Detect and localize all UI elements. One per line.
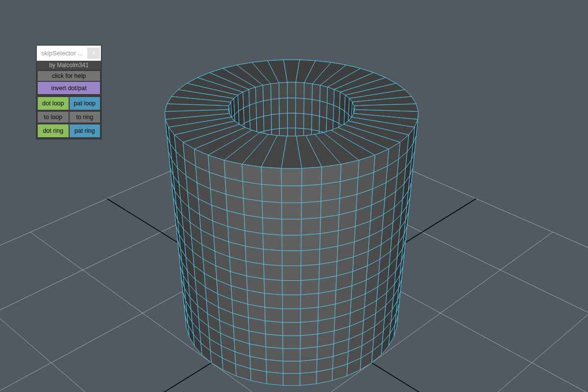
viewport-3d[interactable]: skipSelector ... × by Malcolm341 click f… xyxy=(0,0,588,392)
dot-ring-button[interactable]: dot ring xyxy=(38,124,69,137)
click-for-help-button[interactable]: click for help xyxy=(38,71,100,81)
window-titlebar[interactable]: skipSelector ... × xyxy=(37,46,101,61)
author-byline: by Malcolm341 xyxy=(37,61,101,70)
pipe-mesh[interactable] xyxy=(165,60,418,386)
to-ring-button[interactable]: to ring xyxy=(70,112,100,122)
skipselector-window: skipSelector ... × by Malcolm341 click f… xyxy=(36,45,101,139)
close-icon[interactable]: × xyxy=(87,48,100,59)
invert-dot-pat-button[interactable]: invert dot/pat xyxy=(38,82,100,94)
window-title: skipSelector ... xyxy=(41,49,83,57)
pat-loop-button[interactable]: pat loop xyxy=(70,97,100,110)
to-loop-button[interactable]: to loop xyxy=(38,112,69,122)
pat-ring-button[interactable]: pat ring xyxy=(70,124,100,137)
dot-loop-button[interactable]: dot loop xyxy=(38,97,69,110)
panel-body: click for help invert dot/pat dot loop p… xyxy=(37,70,101,139)
